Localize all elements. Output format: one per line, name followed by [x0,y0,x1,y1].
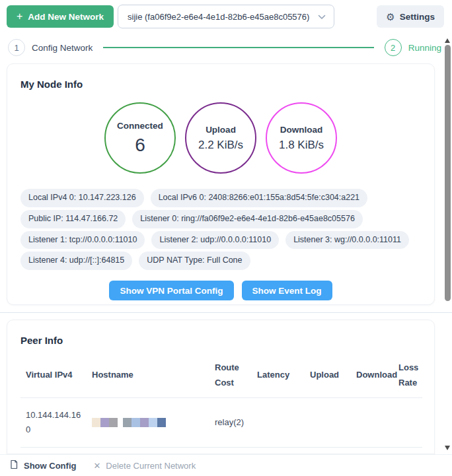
peer-virtual-ipv4: 10.144.144.55 [20,447,87,454]
column-header-hostname: Hostname [87,354,209,397]
gear-icon: ⚙ [386,12,395,22]
node-stats-row: Connected 6 Upload 2.2 KiB/s Download 1.… [7,102,434,174]
column-header-route-cost: Route Cost [209,354,252,397]
column-header-loss-rate: Loss Rate [393,354,422,397]
node-actions: Show VPN Portal Config Show Event Log [7,281,434,300]
tag-listener-0: Listener 0: ring://fa06f9e2-e6e4-4e1d-82… [132,210,363,228]
upload-stat-circle: Upload 2.2 KiB/s [185,102,256,174]
tag-public-ip: Public IP: 114.47.166.72 [20,210,126,228]
column-header-latency: Latency [252,354,305,397]
step-1-label: Config Network [32,43,93,53]
peer-latency: 42.812ms [252,447,305,454]
peer-hostname [87,397,209,447]
peer-upload [305,397,351,447]
step-2-label: Running [408,43,441,53]
step-2-number: 2 [391,43,395,53]
my-node-info-title: My Node Info [7,64,434,90]
show-config-button[interactable]: Show Config [9,459,76,471]
node-info-tags: Local IPv4 0: 10.147.223.126 Local IPv6 … [20,189,421,270]
my-node-info-card: My Node Info Connected 6 Upload 2.2 KiB/… [7,63,435,305]
add-new-network-button[interactable]: + Add New Network [7,5,114,28]
peer-route-cost: p2p [209,447,252,454]
network-select[interactable]: sijie (fa06f9e2-e6e4-4e1d-82b6-e45ae8c05… [118,5,334,28]
scroll-down-arrow-icon[interactable] [445,446,450,450]
peer-table-header-row: Virtual IPv4 Hostname Route Cost Latency… [20,354,422,397]
tag-listener-3: Listener 3: wg://0.0.0.0:11011 [285,231,409,250]
add-new-network-label: Add New Network [28,12,104,22]
peer-info-title: Peer Info [7,320,434,346]
settings-button[interactable]: ⚙ Settings [377,5,444,28]
settings-label: Settings [400,12,435,22]
scroll-up-arrow-icon[interactable] [445,38,450,43]
step-1-circle[interactable]: 1 [8,39,25,56]
peer-hostname: iZbp1e26yt6uz7cn5opiy2Z [87,447,209,454]
show-config-label: Show Config [24,461,76,471]
peer-route-cost: relay(2) [209,397,252,447]
tag-listener-2: Listener 2: udp://0.0.0.0:11010 [151,231,279,250]
tag-udp-nat-type: UDP NAT Type: Full Cone [139,252,250,270]
peer-latency [252,397,305,447]
step-2-circle[interactable]: 2 [385,39,402,56]
delete-current-network-button[interactable]: ✕ Delete Current Network [93,461,196,471]
delete-current-network-label: Delete Current Network [106,461,196,471]
document-icon [9,459,19,471]
peer-loss-rate [393,397,422,447]
top-toolbar: + Add New Network sijie (fa06f9e2-e6e4-4… [0,0,452,33]
peer-download: 57.7 KiB [351,447,393,454]
column-header-virtual-ipv4: Virtual IPv4 [20,354,87,397]
peer-upload: 213.2 KiB [305,447,351,454]
footer-bar: Show Config ✕ Delete Current Network [0,454,452,476]
peer-info-card: Peer Info Virtual IPv4 Hostname Route Co… [7,320,435,454]
download-stat-value: 1.8 KiB/s [279,139,324,152]
peer-virtual-ipv4: 10.144.144.160 [20,397,87,447]
tag-local-ipv4: Local IPv4 0: 10.147.223.126 [20,189,144,207]
table-row: 10.144.144.55 iZbp1e26yt6uz7cn5opiy2Z p2… [20,447,422,454]
close-icon: ✕ [93,461,100,471]
plus-icon: + [17,11,22,22]
peer-loss-rate: 0% [393,447,422,454]
show-vpn-portal-config-button[interactable]: Show VPN Portal Config [109,281,233,300]
connected-stat-circle: Connected 6 [104,102,176,174]
show-event-log-button[interactable]: Show Event Log [242,281,332,300]
tag-local-ipv6: Local IPv6 0: 2408:8266:e01:155a:8d54:5f… [151,189,367,207]
tag-listener-4: Listener 4: udp://[::]:64815 [20,252,132,270]
chevron-down-icon [318,12,326,22]
peer-table: Virtual IPv4 Hostname Route Cost Latency… [20,354,422,454]
scrollbar-thumb[interactable] [445,45,451,301]
vertical-scrollbar[interactable] [443,36,452,454]
redacted-hostname [92,417,171,427]
network-select-value: sijie (fa06f9e2-e6e4-4e1d-82b6-e45ae8c05… [128,12,318,22]
stepper: 1 Config Network 2 Running [8,38,441,57]
download-stat-circle: Download 1.8 KiB/s [266,102,337,174]
download-stat-label: Download [280,125,323,135]
upload-stat-label: Upload [206,125,236,135]
table-row: 10.144.144.160 relay(2) [20,397,422,447]
connected-stat-value: 6 [135,135,145,156]
tag-listener-1: Listener 1: tcp://0.0.0.0:11010 [20,231,145,250]
column-header-download: Download [351,354,393,397]
section-divider [0,312,452,313]
stepper-connector-line [103,47,373,48]
peer-download [351,397,393,447]
upload-stat-value: 2.2 KiB/s [198,139,243,152]
column-header-upload: Upload [305,354,351,397]
step-1-number: 1 [14,43,19,53]
connected-stat-label: Connected [117,121,163,131]
